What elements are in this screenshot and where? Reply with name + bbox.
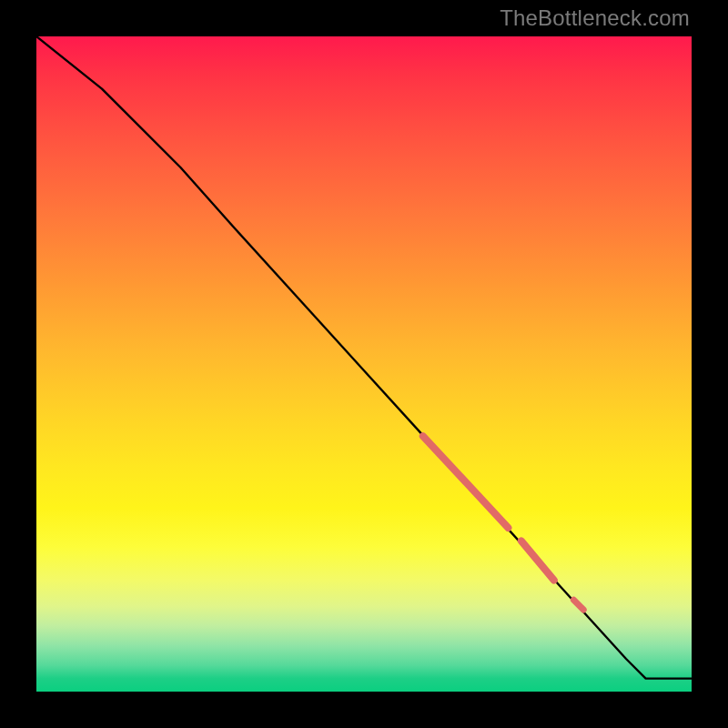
highlight-group [423, 436, 583, 610]
line-curve [36, 36, 692, 679]
highlight-segment [521, 541, 554, 580]
highlight-segment [423, 436, 509, 528]
watermark-text: TheBottleneck.com [500, 5, 690, 31]
chart-svg [36, 36, 692, 692]
highlight-segment [573, 600, 583, 610]
chart-frame: TheBottleneck.com [0, 0, 728, 728]
plot-area [36, 36, 692, 692]
